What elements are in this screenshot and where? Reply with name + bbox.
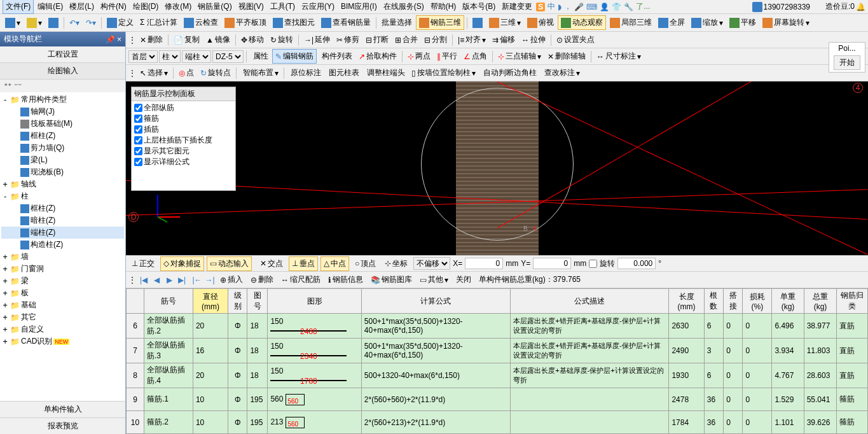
y-input[interactable] bbox=[533, 258, 571, 269]
display-checkbox[interactable] bbox=[134, 115, 142, 123]
ortho-toggle[interactable]: ⊥ 正交 bbox=[128, 256, 158, 271]
tree-expander[interactable]: - bbox=[1, 95, 9, 104]
cell-fig[interactable]: 18 bbox=[247, 363, 268, 388]
display-checkbox[interactable] bbox=[134, 125, 142, 134]
elem-list-button[interactable]: 构件列表 bbox=[318, 50, 355, 63]
tree-expander[interactable]: + bbox=[1, 313, 9, 322]
cell-length[interactable]: 1930 bbox=[669, 363, 704, 388]
tree-item[interactable]: 现浇板(B) bbox=[1, 166, 124, 178]
column-header[interactable]: 级别 bbox=[228, 289, 247, 314]
close-table-button[interactable]: 关闭 bbox=[453, 273, 474, 286]
tree-item[interactable]: 框柱(Z) bbox=[1, 130, 124, 142]
shirt-icon[interactable]: 👕 bbox=[612, 3, 621, 11]
del-axis-button[interactable]: ✕ 删除辅轴 bbox=[545, 50, 588, 63]
tree-item[interactable]: 端柱(Z) bbox=[1, 227, 124, 239]
cell-desc[interactable]: 本层露出长度+错开距离+基础厚度-保护层+计算设置设定的弯折 bbox=[511, 339, 669, 363]
cell-category[interactable]: 直筋 bbox=[837, 314, 868, 339]
intersect-snap[interactable]: ✕ 交点 bbox=[257, 256, 286, 271]
parallel-button[interactable]: ∥ 平行 bbox=[434, 50, 460, 63]
table-row[interactable]: 7全部纵筋插筋.316Φ181502340500+1*max(35*d,500)… bbox=[127, 339, 868, 363]
angle-button[interactable]: ∠ 点角 bbox=[461, 50, 490, 63]
rebar-display-panel[interactable]: 钢筋显示控制面板 全部纵筋箍筋插筋上层柱插筋下插长度显示其它图元显示详细公式 bbox=[131, 87, 236, 191]
cell-diameter[interactable]: 20 bbox=[193, 363, 228, 388]
tree-item[interactable]: +📁自定义 bbox=[1, 323, 124, 335]
menu-file[interactable]: 文件(F) bbox=[3, 0, 34, 14]
cell-unit-weight[interactable]: 1.101 bbox=[772, 411, 804, 434]
tree-expander[interactable]: - bbox=[1, 192, 9, 201]
redo-button[interactable]: ↷▾ bbox=[83, 17, 99, 29]
insert-row-button[interactable]: ⊕ 插入 bbox=[217, 273, 245, 286]
cell-total-weight[interactable]: 39.626 bbox=[804, 411, 837, 434]
check-label-button[interactable]: 查改标注▾ bbox=[541, 66, 582, 80]
tree-item[interactable]: +📁基础 bbox=[1, 299, 124, 311]
edit-rebar-button[interactable]: ✎ 编辑钢筋 bbox=[272, 49, 317, 64]
table-row[interactable]: 8全部纵筋插筋.420Φ181501780500+1320-40+max(6*d… bbox=[127, 363, 868, 388]
cell-desc[interactable] bbox=[511, 411, 669, 434]
cell-shape[interactable]: 1502480 bbox=[268, 314, 361, 339]
stretch-button[interactable]: ↔ 拉伸 bbox=[519, 33, 548, 46]
cell-length[interactable]: 2478 bbox=[669, 388, 704, 411]
column-header[interactable]: 搭接 bbox=[724, 289, 743, 314]
tree-item[interactable]: 轴网(J) bbox=[1, 106, 124, 118]
rebar-table-wrap[interactable]: 筋号直径(mm)级别图号图形计算公式公式描述长度(mm)根数搭接损耗(%)单重(… bbox=[126, 288, 868, 434]
offset-button[interactable]: ⇉ 偏移 bbox=[490, 33, 518, 46]
bell-icon[interactable]: 🔔 bbox=[856, 3, 865, 11]
scale-rebar-button[interactable]: ↔ 缩尺配筋 bbox=[279, 273, 323, 286]
mid-snap[interactable]: △ 中点 bbox=[320, 256, 349, 271]
zoom-button[interactable]: 缩放▾ bbox=[689, 16, 726, 29]
cell-shape[interactable]: 1501780 bbox=[268, 363, 361, 388]
pick-elem-button[interactable]: ↗ 拾取构件 bbox=[356, 50, 399, 63]
expand-all-icon[interactable]: ⁺⁺ bbox=[4, 81, 11, 90]
cell-desc[interactable] bbox=[511, 388, 669, 411]
tree-item[interactable]: 梁(L) bbox=[1, 154, 124, 166]
extend-button[interactable]: →| 延伸 bbox=[301, 33, 333, 46]
merge-button[interactable]: ⊞ 合并 bbox=[392, 33, 420, 46]
column-header[interactable]: 直径(mm) bbox=[193, 289, 228, 314]
props-button[interactable]: 属性 bbox=[249, 50, 271, 63]
display-option[interactable]: 上层柱插筋下插长度 bbox=[134, 135, 233, 146]
display-option[interactable]: 全部纵筋 bbox=[134, 102, 233, 113]
cell-loss[interactable]: 0 bbox=[743, 339, 772, 363]
cell-category[interactable]: 箍筋 bbox=[837, 388, 868, 411]
table-grip-icon[interactable]: ⋮ bbox=[128, 276, 136, 284]
menu-online[interactable]: 在线服务(S) bbox=[381, 0, 427, 13]
tree-expander[interactable]: + bbox=[1, 289, 9, 298]
user-id[interactable]: 13907298339 bbox=[764, 3, 810, 11]
cell-category[interactable]: 箍筋 bbox=[837, 411, 868, 434]
keyboard-icon[interactable]: ⌨ bbox=[586, 3, 597, 11]
tree-expander[interactable]: + bbox=[1, 337, 9, 346]
rotate-checkbox[interactable] bbox=[589, 260, 597, 268]
cell-fig[interactable]: 195 bbox=[247, 411, 268, 434]
cell-count[interactable]: 36 bbox=[704, 411, 723, 434]
cell-loss[interactable]: 0 bbox=[743, 363, 772, 388]
to-start-button[interactable]: |← bbox=[192, 275, 202, 285]
display-checkbox[interactable] bbox=[134, 158, 142, 166]
cell-grade[interactable]: Φ bbox=[228, 314, 247, 339]
display-option[interactable]: 显示详细公式 bbox=[134, 157, 233, 167]
cell-grade[interactable]: Φ bbox=[228, 363, 247, 388]
tree-item[interactable]: 剪力墙(Q) bbox=[1, 142, 124, 154]
tree-item[interactable]: -📁柱 bbox=[1, 190, 124, 202]
cell-count[interactable]: 6 bbox=[704, 363, 723, 388]
tree-item[interactable]: +📁其它 bbox=[1, 311, 124, 323]
column-header[interactable]: 筋号 bbox=[144, 289, 193, 314]
tree-item[interactable]: 筏板基础(M) bbox=[1, 118, 124, 130]
menu-component[interactable]: 构件(N) bbox=[98, 0, 129, 13]
snap-toggle[interactable]: ◇ 对象捕捉 bbox=[160, 256, 204, 271]
set-grip-button[interactable]: ⊙ 设置夹点 bbox=[554, 33, 597, 46]
menu-version[interactable]: 版本号(B) bbox=[460, 0, 498, 13]
trim-button[interactable]: ✂ 修剪 bbox=[334, 33, 362, 46]
column-header[interactable] bbox=[127, 289, 144, 314]
column-header[interactable]: 公式描述 bbox=[511, 289, 669, 314]
table-row[interactable]: 9箍筋.110Φ1955605602*(560+560)+2*(11.9*d)2… bbox=[127, 388, 868, 411]
copy-button[interactable]: 📄 复制 bbox=[171, 33, 202, 46]
auto-edge-button[interactable]: 自动判断边角柱 bbox=[479, 66, 539, 80]
ime-lang[interactable]: 中 bbox=[548, 1, 555, 12]
ime-badge[interactable]: S bbox=[536, 3, 545, 11]
perp-snap[interactable]: ⊥ 垂点 bbox=[289, 256, 318, 271]
display-checkbox[interactable] bbox=[134, 136, 142, 144]
top-snap[interactable]: ○ 顶点 bbox=[352, 256, 379, 271]
elem-table-button[interactable]: 图元柱表 bbox=[325, 66, 362, 80]
3d-viewport[interactable]: 钢筋显示控制面板 全部纵筋箍筋插筋上层柱插筋下插长度显示其它图元显示详细公式 D… bbox=[126, 81, 868, 255]
cell-loss[interactable]: 0 bbox=[743, 314, 772, 339]
